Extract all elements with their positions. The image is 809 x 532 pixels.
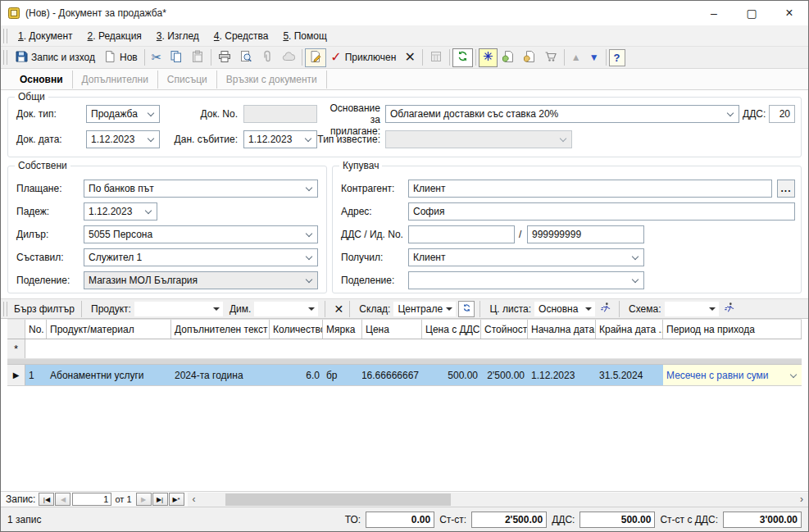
grid-data-row[interactable]: ▶ 1 Абонаментни услуги 2024-та година 6.… <box>7 365 802 386</box>
browse-contractor-button[interactable]: ... <box>777 180 795 198</box>
price-list-recalc-button[interactable] <box>598 301 614 317</box>
cell-no[interactable]: 1 <box>25 365 47 385</box>
warehouse-combo[interactable]: Централе <box>393 302 456 316</box>
cell-amount[interactable]: 2'500.00 <box>481 365 528 385</box>
move-up-button[interactable]: ▲ <box>567 48 585 67</box>
refresh-button[interactable] <box>452 48 473 67</box>
record-position-input[interactable]: 1 <box>72 493 111 506</box>
clear-filter-button[interactable]: ✕ <box>330 301 347 317</box>
first-record-button[interactable]: |◀ <box>39 493 54 506</box>
col-start-date[interactable]: Начална дата... <box>528 320 596 339</box>
chevron-down-icon <box>306 184 312 191</box>
cell-extra-text[interactable]: 2024-та година <box>171 365 270 385</box>
cell-unit[interactable]: бр <box>323 365 362 385</box>
copy-from-green-button[interactable] <box>498 48 519 67</box>
buyer-division-combo[interactable] <box>408 271 644 289</box>
cell-price-vat[interactable]: 500.00 <box>422 365 481 385</box>
vat-input[interactable]: 20 <box>769 105 795 123</box>
tax-event-combo[interactable]: 1.12.2023 <box>243 130 317 148</box>
row-selector-icon[interactable]: ▶ <box>7 365 25 385</box>
doc-no-input[interactable] <box>243 105 317 123</box>
due-date-combo[interactable]: 1.12.2023 <box>84 202 157 221</box>
menu-document[interactable]: 1. Документ <box>11 28 80 44</box>
scrollbar-thumb[interactable] <box>225 493 451 506</box>
author-combo[interactable]: Служител 1 <box>84 248 318 266</box>
maximize-button[interactable]: ▢ <box>733 1 770 25</box>
menu-help[interactable]: 5. Помощ <box>275 28 334 44</box>
col-unit[interactable]: Мярка <box>323 320 362 339</box>
cloud-upload-button[interactable] <box>278 48 299 67</box>
cell-end-date[interactable]: 31.5.2024 <box>596 365 663 385</box>
dim-filter-combo[interactable] <box>254 302 318 316</box>
col-end-date[interactable]: Крайна дата ... <box>596 320 663 339</box>
next-record-button[interactable]: ▶ <box>136 493 152 506</box>
cell-price[interactable]: 416.66666667 <box>362 365 422 385</box>
cell-quantity[interactable]: 6.0 <box>270 365 323 385</box>
new-button[interactable]: Нов <box>99 48 142 67</box>
col-no[interactable]: No. <box>25 320 47 339</box>
cart-button[interactable] <box>540 48 561 67</box>
print-preview-button[interactable] <box>235 48 257 67</box>
help-button[interactable]: ? <box>609 49 625 66</box>
edit-toggle-button[interactable] <box>305 48 326 67</box>
close-button[interactable]: × <box>770 1 808 25</box>
tab-additional[interactable]: Допълнителни <box>73 70 158 89</box>
minimize-button[interactable]: – <box>695 1 733 25</box>
grid-new-row[interactable]: * <box>7 339 802 359</box>
col-amount[interactable]: Стойност <box>481 320 528 339</box>
contractor-input[interactable]: Клиент <box>408 180 772 198</box>
tab-lists[interactable]: Списъци <box>158 70 217 89</box>
cut-button[interactable]: ✂ <box>148 48 166 67</box>
warehouse-refresh-button[interactable] <box>458 301 475 317</box>
col-product[interactable]: Продукт/материал <box>47 320 171 339</box>
id-number-input[interactable]: 999999999 <box>527 225 644 243</box>
col-extra-text[interactable]: Допълнителен текст <box>171 320 270 339</box>
notice-type-combo[interactable] <box>385 130 572 148</box>
menu-view[interactable]: 3. Изглед <box>149 28 207 44</box>
scroll-left-icon[interactable]: ‹ <box>188 493 201 507</box>
col-price[interactable]: Цена <box>362 320 422 339</box>
menu-edit[interactable]: 2. Редакция <box>80 28 149 44</box>
payment-combo[interactable]: По банков път <box>84 180 318 198</box>
col-price-vat[interactable]: Цена с ДДС <box>422 320 481 339</box>
product-filter-combo[interactable] <box>134 302 223 316</box>
paste-button[interactable] <box>187 48 208 67</box>
attach-button[interactable] <box>257 48 278 67</box>
col-revenue-period[interactable]: Период на прихода <box>663 320 802 339</box>
copy-from-yellow-button[interactable] <box>519 48 540 67</box>
print-button[interactable] <box>214 48 235 67</box>
save-exit-button[interactable]: Запис и изход <box>11 48 99 67</box>
col-quantity[interactable]: Количество <box>270 320 323 339</box>
scroll-right-icon[interactable]: › <box>795 493 808 507</box>
due-date-label: Падеж: <box>16 206 49 217</box>
cell-start-date[interactable]: 1.12.2023 <box>528 365 596 385</box>
dropdown-arrow-icon <box>446 307 452 311</box>
scheme-recalc-button[interactable] <box>721 301 738 317</box>
scheme-combo[interactable] <box>665 302 719 316</box>
cancel-document-button[interactable]: ✕ <box>400 48 419 67</box>
new-item-button[interactable] <box>479 48 498 67</box>
tab-main[interactable]: Основни <box>11 70 73 89</box>
received-by-combo[interactable]: Клиент <box>408 248 644 266</box>
completed-button[interactable]: ✓ Приключен <box>326 48 400 67</box>
doc-date-combo[interactable]: 1.12.2023 <box>86 130 160 148</box>
horizontal-scrollbar[interactable]: ‹ › <box>188 493 808 507</box>
copy-button[interactable] <box>166 48 187 67</box>
doc-type-combo[interactable]: Продажба <box>86 105 160 123</box>
dim-filter-label: Дим. <box>230 303 251 315</box>
table-button-disabled[interactable] <box>425 48 447 67</box>
move-down-button[interactable]: ▼ <box>585 48 603 67</box>
address-input[interactable]: София <box>408 202 795 221</box>
division-combo[interactable]: Магазин МОЛ България <box>84 271 318 289</box>
menu-tools[interactable]: 4. Средства <box>207 28 276 44</box>
vat-number-input[interactable] <box>408 225 515 243</box>
new-record-button[interactable]: ▶* <box>169 493 184 506</box>
last-record-button[interactable]: ▶| <box>152 493 168 506</box>
dealer-combo[interactable]: 5055 Персона <box>84 225 318 243</box>
tab-document-links[interactable]: Връзки с документи <box>217 70 327 89</box>
price-list-combo[interactable]: Основна <box>534 302 595 316</box>
basis-combo[interactable]: Облагаеми доставки със ставка 20% <box>385 105 739 123</box>
prev-record-button[interactable]: ◀ <box>55 493 70 506</box>
cell-revenue-period[interactable]: Месечен с равни суми <box>663 365 802 385</box>
cell-product[interactable]: Абонаментни услуги <box>47 365 171 385</box>
